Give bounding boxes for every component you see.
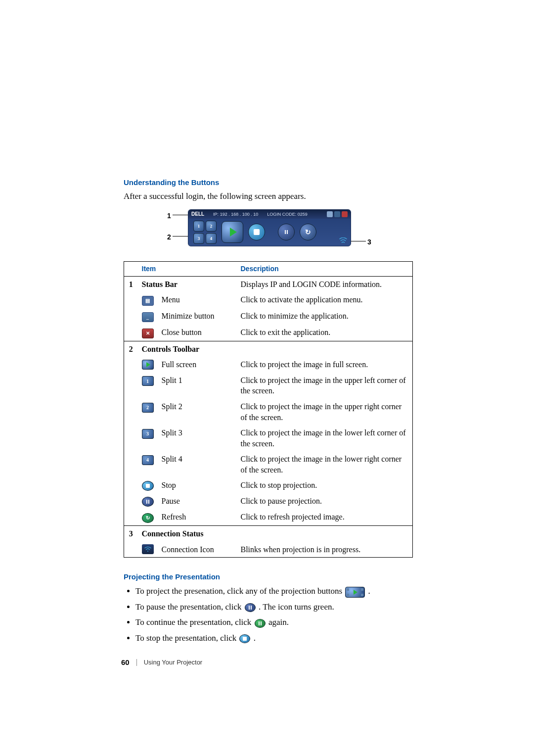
group-label: Connection Status — [138, 526, 413, 542]
row-name: Close button — [158, 325, 237, 341]
row-num: 3 — [124, 526, 138, 542]
th-desc: Description — [237, 261, 413, 276]
svg-point-0 — [147, 551, 148, 552]
row-name: Refresh — [158, 509, 237, 525]
callout-1: 1 — [167, 212, 171, 220]
row-num: 1 — [124, 276, 138, 292]
row-desc: Click to exit the application. — [237, 325, 413, 341]
split2-icon: 2 — [142, 403, 154, 413]
stop-icon — [239, 634, 250, 643]
row-name: Split 4 — [158, 451, 237, 477]
toolbar-figure: 1 2 3 DELL IP: 192 . 168 . 100 . 10 LOGI… — [124, 209, 413, 251]
group-label: Controls Toolbar — [138, 341, 413, 357]
split4-button[interactable]: 4 — [206, 233, 217, 244]
stop-button[interactable] — [248, 224, 265, 240]
pause-green-icon — [255, 619, 266, 628]
pause-icon — [142, 497, 154, 507]
th-item: Item — [138, 261, 237, 276]
heading-projecting: Projecting the Presentation — [124, 572, 413, 581]
row-name: Full screen — [158, 357, 237, 373]
row-desc: Click to pause projection. — [237, 493, 413, 509]
brand-label: DELL — [191, 211, 204, 217]
row-desc: Click to project the image in the upper … — [237, 399, 413, 425]
connection-icon — [339, 237, 348, 244]
play-icon — [142, 360, 154, 370]
status-bar: DELL IP: 192 . 168 . 100 . 10 LOGIN CODE… — [188, 210, 351, 219]
row-desc: Blinks when projection is in progress. — [237, 542, 413, 558]
split-grid: 1 2 3 4 — [193, 221, 217, 244]
row-desc: Click to activate the application menu. — [237, 292, 413, 308]
callout-3: 3 — [367, 238, 371, 246]
row-num: 2 — [124, 341, 138, 357]
bullet-list: To project the presenation, click any of… — [135, 585, 413, 644]
minimize-icon: _ — [142, 312, 154, 322]
pause-button[interactable] — [278, 224, 295, 240]
split2-button[interactable]: 2 — [206, 221, 217, 232]
row-desc: Click to stop projection. — [237, 477, 413, 493]
callout-2: 2 — [167, 233, 171, 241]
row-desc: Click to project the image in full scree… — [237, 357, 413, 373]
close-icon[interactable] — [342, 211, 348, 217]
split1-icon: 1 — [142, 376, 154, 386]
connection-icon — [142, 544, 154, 554]
projection-buttons-icon — [345, 587, 365, 598]
row-name: Pause — [158, 493, 237, 509]
buttons-table: Item Description 1 Status Bar Displays I… — [124, 261, 413, 558]
bullet-3: To continue the presentation, click agai… — [135, 616, 413, 629]
row-name: Stop — [158, 477, 237, 493]
pause-icon — [245, 603, 256, 612]
split4-icon: 4 — [142, 455, 154, 465]
menu-icon[interactable] — [327, 211, 333, 217]
heading-understanding: Understanding the Buttons — [124, 178, 413, 187]
row-name: Connection Icon — [158, 542, 237, 558]
split3-icon: 3 — [142, 429, 154, 439]
fullscreen-button[interactable] — [222, 221, 243, 243]
row-name: Split 2 — [158, 399, 237, 425]
row-desc: Displays IP and LOGIN CODE information. — [237, 276, 413, 292]
bullet-2: To pause the presentation, click . The i… — [135, 601, 413, 614]
page-footer: 60 Using Your Projector — [121, 658, 202, 666]
page-number: 60 — [121, 658, 130, 666]
row-name: Menu — [158, 292, 237, 308]
toolbar-screenshot: DELL IP: 192 . 168 . 100 . 10 LOGIN CODE… — [188, 209, 351, 246]
stop-icon — [142, 481, 154, 491]
row-name: Minimize button — [158, 308, 237, 325]
row-desc: Click to project the image in the upper … — [237, 373, 413, 399]
row-desc: Click to refresh projected image. — [237, 509, 413, 525]
row-name: Split 3 — [158, 425, 237, 451]
row-desc: Click to minimize the application. — [237, 308, 413, 325]
refresh-icon: ↻ — [142, 513, 154, 523]
split1-button[interactable]: 1 — [193, 221, 204, 232]
row-desc: Click to project the image in the lower … — [237, 451, 413, 477]
row-name: Split 1 — [158, 373, 237, 399]
row-desc: Click to project the image in the lower … — [237, 425, 413, 451]
minimize-icon[interactable] — [334, 211, 340, 217]
group-label: Status Bar — [138, 276, 237, 292]
bullet-4: To stop the presentation, click . — [135, 632, 413, 645]
chapter-title: Using Your Projector — [144, 659, 203, 666]
bullet-1: To project the presenation, click any of… — [135, 585, 413, 598]
ip-info: IP: 192 . 168 . 100 . 10 — [213, 212, 258, 217]
close-icon: ✕ — [142, 329, 154, 338]
intro-text: After a successful login, the following … — [124, 190, 413, 202]
menu-icon: ▤ — [142, 296, 154, 306]
split3-button[interactable]: 3 — [193, 233, 204, 244]
login-info: LOGIN CODE: 0259 — [267, 212, 308, 217]
refresh-button[interactable]: ↻ — [300, 224, 316, 240]
